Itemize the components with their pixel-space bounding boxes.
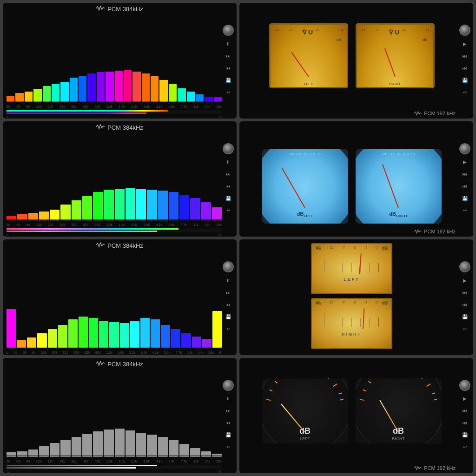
vu1-play[interactable]: ▶ — [461, 40, 469, 48]
eq3-save[interactable]: 💾 — [224, 312, 232, 321]
bar-0 — [7, 96, 14, 103]
vu1-right-db: dB — [423, 38, 428, 42]
vu3-left-label: LEFT — [312, 276, 391, 283]
eq1-pause[interactable]: ⏸ — [224, 40, 232, 48]
bar-18 — [169, 84, 177, 103]
bar-9 — [87, 73, 95, 103]
bar-4 — [50, 210, 60, 221]
eq2-next[interactable]: ⏭ — [224, 170, 232, 178]
eq4-back[interactable]: ↩ — [224, 443, 232, 451]
vu4-next[interactable]: ⏭ — [461, 407, 469, 415]
eq1-prev[interactable]: ⏮ — [224, 64, 232, 72]
eq2-controls: ⏸ ⏭ ⏮ 💾 ↩ — [223, 143, 234, 215]
vu3-footer-text: PCM 192 kHz — [424, 354, 456, 355]
eq3-next[interactable]: ⏭ — [224, 288, 232, 297]
eq2-knob[interactable] — [223, 143, 234, 154]
bar-19 — [178, 88, 185, 103]
vu1-knob[interactable] — [459, 25, 470, 36]
eq2-pause[interactable]: ⏸ — [224, 158, 232, 166]
vu3-left: VU dB -20-10-7-5-303 — [311, 243, 392, 294]
eq3-prev[interactable]: ⏮ — [224, 300, 232, 309]
vu2-right-scale: -20-10-5-30+3 — [382, 152, 415, 156]
bar-14 — [158, 437, 168, 458]
vu1-right-vu: VU — [389, 28, 401, 36]
panel-eq2-header: PCM 384kHz — [3, 121, 237, 133]
vu4-save[interactable]: 💾 — [461, 431, 469, 439]
svg-line-1 — [270, 390, 272, 391]
bar-4 — [43, 86, 51, 103]
vu4-right-label: RIGHT — [392, 436, 405, 441]
vu1-prev[interactable]: ⏮ — [461, 64, 469, 72]
vu4-knob[interactable] — [459, 380, 470, 391]
vu1-right-needle — [384, 48, 395, 77]
eq1-next[interactable]: ⏭ — [224, 52, 232, 60]
bar-6 — [60, 82, 68, 103]
bar-2 — [28, 450, 38, 458]
eq1-controls: ⏸ ⏭ ⏮ 💾 ↩ — [223, 25, 234, 96]
eq3-knob[interactable] — [223, 261, 234, 272]
panel-eq3-header: PCM 384kHz — [3, 239, 237, 251]
vu3-right-needle-area — [316, 306, 388, 329]
vu1-save[interactable]: 💾 — [461, 76, 469, 84]
vu3-save[interactable]: 💾 — [461, 312, 469, 321]
vu1-next[interactable]: ⏭ — [461, 52, 469, 60]
vu2-next[interactable]: ⏭ — [461, 170, 469, 178]
vu4-right-dblabel: dB — [393, 426, 404, 436]
vu2-prev[interactable]: ⏮ — [461, 182, 469, 191]
panel-eq2-title: PCM 384kHz — [107, 124, 143, 131]
eq4-next[interactable]: ⏭ — [224, 407, 232, 415]
bar-21 — [196, 94, 204, 103]
svg-line-10 — [339, 393, 342, 394]
bar-3 — [39, 446, 49, 458]
eq3-pause[interactable]: ⏸ — [224, 276, 232, 284]
vu1-left-db: dB — [337, 38, 341, 42]
vu1-back[interactable]: ↩ — [461, 88, 469, 96]
eq1-level-r — [7, 112, 146, 114]
bar-23 — [214, 97, 222, 103]
bar-13 — [147, 435, 157, 458]
vu4-prev[interactable]: ⏮ — [461, 419, 469, 427]
bar-16 — [179, 195, 189, 221]
eq1-back[interactable]: ↩ — [224, 88, 232, 96]
vu4-play[interactable]: ▶ — [461, 395, 469, 403]
wave-icon2 — [96, 124, 105, 131]
panel-eq4-title: PCM 384kHz — [107, 361, 143, 368]
vu1-left-needle — [291, 52, 309, 77]
vu3-play[interactable]: ▶ — [461, 276, 469, 284]
eq2-back[interactable]: ↩ — [224, 206, 232, 215]
eq4-prev[interactable]: ⏮ — [224, 419, 232, 427]
eq2-save[interactable]: 💾 — [224, 194, 232, 203]
eq3-back[interactable]: ↩ — [224, 324, 232, 333]
vu4-footer: PCM 192 kHz — [239, 464, 473, 473]
bar-10 — [97, 72, 105, 103]
bar-17 — [159, 80, 167, 103]
vu2-save[interactable]: 💾 — [461, 194, 469, 203]
vu3-next[interactable]: ⏭ — [461, 288, 469, 297]
panel-eq4-header: PCM 384kHz — [3, 358, 237, 370]
eq2-prev[interactable]: ⏮ — [224, 182, 232, 191]
bar-6 — [72, 437, 81, 458]
eq4-pause[interactable]: ⏸ — [224, 395, 232, 403]
vu2-back[interactable]: ↩ — [461, 206, 469, 215]
eq4-knob[interactable] — [223, 380, 234, 391]
bar-10 — [109, 322, 119, 349]
vu3-knob[interactable] — [459, 261, 470, 272]
vu2-play[interactable]: ▶ — [461, 158, 469, 166]
panel-vu4: dB LEFT — [239, 358, 473, 474]
bar-11 — [126, 188, 135, 221]
eq4-bars-area: 5069941291762413314536201.2k1.6k2.0k3.0k… — [3, 370, 237, 474]
panel-eq1-header: PCM 384kHz — [3, 3, 237, 14]
vu3-left-bg: VU dB -20-10-7-5-303 — [312, 244, 391, 293]
vu3-prev[interactable]: ⏮ — [461, 300, 469, 309]
panel-vu3: VU dB -20-10-7-5-303 — [239, 239, 473, 355]
bar-19 — [212, 207, 222, 221]
vu2-knob[interactable] — [459, 143, 470, 154]
eq1-knob[interactable] — [223, 25, 234, 36]
svg-line-2 — [275, 381, 278, 383]
bar-15 — [161, 325, 170, 349]
vu4-back[interactable]: ↩ — [461, 443, 469, 451]
vu3-back[interactable]: ↩ — [461, 324, 469, 333]
eq4-save[interactable]: 💾 — [224, 431, 232, 439]
eq1-save[interactable]: 💾 — [224, 76, 232, 84]
vu3-area: VU dB -20-10-7-5-303 — [239, 239, 473, 353]
